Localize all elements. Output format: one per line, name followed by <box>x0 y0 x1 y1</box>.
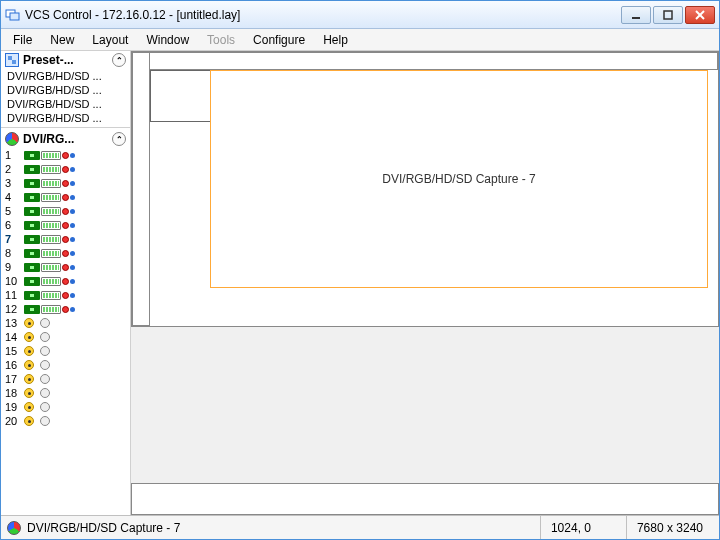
inputs-list: 1 2 3 4 5 6 7 8 9 10 11 12 13 14 15 16 1… <box>1 148 130 428</box>
preview-bar <box>131 483 719 515</box>
inputs-header[interactable]: DVI/RG... ⌃ <box>1 130 130 148</box>
input-row[interactable]: 17 <box>1 372 130 386</box>
dvi-connector-icon <box>24 263 75 272</box>
dvi-connector-icon <box>24 193 75 202</box>
dvi-connector-icon <box>24 277 75 286</box>
dvi-connector-icon <box>24 207 75 216</box>
rca-connector-icon <box>24 318 50 328</box>
input-row[interactable]: 15 <box>1 344 130 358</box>
menu-layout[interactable]: Layout <box>84 31 136 49</box>
menu-help[interactable]: Help <box>315 31 356 49</box>
dvi-connector-icon <box>24 151 75 160</box>
rca-connector-icon <box>24 374 50 384</box>
menu-tools: Tools <box>199 31 243 49</box>
input-row[interactable]: 20 <box>1 414 130 428</box>
titlebar: VCS Control - 172.16.0.12 - [untitled.la… <box>1 1 719 29</box>
status-current: DVI/RGB/HD/SD Capture - 7 <box>27 521 180 535</box>
dvi-connector-icon <box>24 179 75 188</box>
preset-item[interactable]: DVI/RGB/HD/SD ... <box>1 111 130 125</box>
window-title: VCS Control - 172.16.0.12 - [untitled.la… <box>25 8 621 22</box>
dvi-connector-icon <box>24 165 75 174</box>
inputs-header-label: DVI/RG... <box>23 132 108 146</box>
window-buttons <box>621 6 715 24</box>
preset-item[interactable]: DVI/RGB/HD/SD ... <box>1 83 130 97</box>
rca-connector-icon <box>24 332 50 342</box>
input-row[interactable]: 5 <box>1 204 130 218</box>
input-row[interactable]: 11 <box>1 288 130 302</box>
chevron-up-icon: ⌃ <box>112 53 126 67</box>
presets-header-label: Preset-... <box>23 53 108 67</box>
divider <box>1 127 130 128</box>
capture-window-label: DVI/RGB/HD/SD Capture - 7 <box>382 172 535 186</box>
input-row[interactable]: 12 <box>1 302 130 316</box>
layout-stage[interactable]: DVI/RGB/HD/SD Capture - 7 <box>131 51 719 327</box>
close-button[interactable] <box>685 6 715 24</box>
input-row[interactable]: 19 <box>1 400 130 414</box>
layout-icon <box>5 53 19 67</box>
statusbar: DVI/RGB/HD/SD Capture - 7 1024, 0 7680 x… <box>1 515 719 539</box>
svg-rect-3 <box>664 11 672 19</box>
rca-connector-icon <box>24 388 50 398</box>
minimize-button[interactable] <box>621 6 651 24</box>
menu-window[interactable]: Window <box>138 31 197 49</box>
dvi-connector-icon <box>24 291 75 300</box>
input-row[interactable]: 1 <box>1 148 130 162</box>
input-row[interactable]: 4 <box>1 190 130 204</box>
dvi-connector-icon <box>24 235 75 244</box>
rgb-icon <box>5 132 19 146</box>
input-row[interactable]: 3 <box>1 176 130 190</box>
maximize-button[interactable] <box>653 6 683 24</box>
sidebar: Preset-... ⌃ DVI/RGB/HD/SD ... DVI/RGB/H… <box>1 51 131 515</box>
app-icon <box>5 7 21 23</box>
canvas-area[interactable]: DVI/RGB/HD/SD Capture - 7 <box>131 51 719 515</box>
rca-connector-icon <box>24 402 50 412</box>
app-window: VCS Control - 172.16.0.12 - [untitled.la… <box>0 0 720 540</box>
input-row[interactable]: 8 <box>1 246 130 260</box>
ruler-vertical <box>132 52 150 326</box>
status-coords: 1024, 0 <box>540 516 620 539</box>
input-row[interactable]: 16 <box>1 358 130 372</box>
menu-configure[interactable]: Configure <box>245 31 313 49</box>
input-row[interactable]: 2 <box>1 162 130 176</box>
menubar: File New Layout Window Tools Configure H… <box>1 29 719 51</box>
presets-header[interactable]: Preset-... ⌃ <box>1 51 130 69</box>
rca-connector-icon <box>24 346 50 356</box>
capture-window[interactable]: DVI/RGB/HD/SD Capture - 7 <box>210 70 708 288</box>
rgb-icon <box>7 521 21 535</box>
preset-item[interactable]: DVI/RGB/HD/SD ... <box>1 97 130 111</box>
input-row[interactable]: 10 <box>1 274 130 288</box>
menu-file[interactable]: File <box>5 31 40 49</box>
ruler-horizontal <box>132 52 718 70</box>
menu-new[interactable]: New <box>42 31 82 49</box>
dvi-connector-icon <box>24 305 75 314</box>
input-row[interactable]: 6 <box>1 218 130 232</box>
input-row[interactable]: 9 <box>1 260 130 274</box>
input-row[interactable]: 14 <box>1 330 130 344</box>
rca-connector-icon <box>24 360 50 370</box>
preset-item[interactable]: DVI/RGB/HD/SD ... <box>1 69 130 83</box>
dvi-connector-icon <box>24 249 75 258</box>
preset-list: DVI/RGB/HD/SD ... DVI/RGB/HD/SD ... DVI/… <box>1 69 130 125</box>
input-row[interactable]: 13 <box>1 316 130 330</box>
input-row[interactable]: 18 <box>1 386 130 400</box>
dvi-connector-icon <box>24 221 75 230</box>
input-row-selected[interactable]: 7 <box>1 232 130 246</box>
chevron-up-icon: ⌃ <box>112 132 126 146</box>
svg-rect-1 <box>10 13 19 20</box>
rca-connector-icon <box>24 416 50 426</box>
status-resolution: 7680 x 3240 <box>626 516 713 539</box>
